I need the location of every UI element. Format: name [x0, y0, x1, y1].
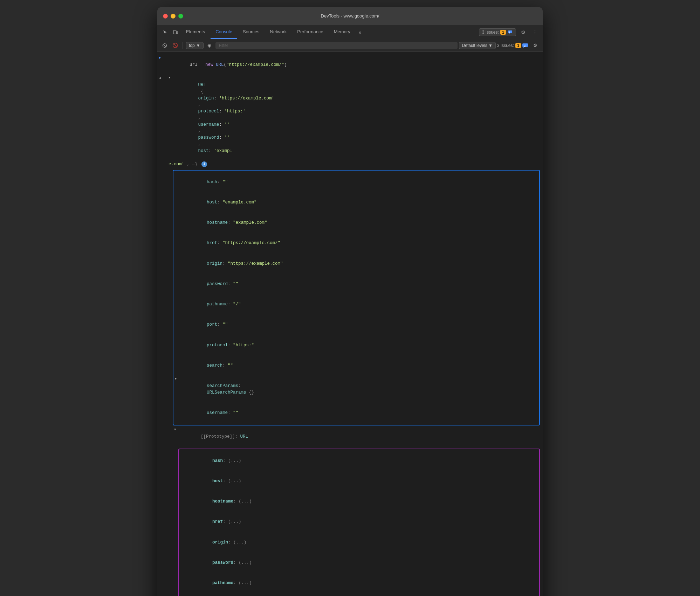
svg-marker-3	[509, 33, 510, 34]
svg-rect-0	[173, 30, 176, 34]
filter-input[interactable]	[215, 42, 458, 49]
svg-rect-1	[177, 32, 178, 34]
prop-port: port: ""	[173, 315, 539, 335]
proto-origin: origin: (...)	[179, 532, 539, 553]
prop-searchparams: ▶ searchParams: URLSearchParams {}	[173, 376, 539, 403]
inspect-icon[interactable]	[160, 27, 170, 37]
window-title: DevTools - www.google.com/	[321, 13, 379, 19]
levels-dropdown[interactable]: Default levels ▼	[459, 42, 496, 49]
url-object-toggle[interactable]: ▼	[169, 76, 170, 79]
maximize-button[interactable]	[178, 14, 183, 19]
proto-password: password: (...)	[179, 553, 539, 573]
prop-hash: hash: ""	[173, 172, 539, 192]
prototype-properties-box: hash: (...) host: (...) hostname: (...)	[178, 449, 540, 596]
prop-host: host: "example.com"	[173, 192, 539, 213]
chat-icon: 2	[507, 29, 513, 35]
url-object-line: ◀ ▼ URL { origin: 'https://example.com' …	[157, 75, 543, 161]
prop-protocol: protocol: "https:"	[173, 335, 539, 355]
traffic-lights	[163, 14, 183, 19]
context-dropdown[interactable]: top ▼	[186, 42, 204, 49]
issues-chat-badge: 2	[522, 43, 529, 48]
prop-pathname: pathname: "/"	[173, 294, 539, 314]
proto-hostname: hostname: (...)	[179, 491, 539, 512]
titlebar: DevTools - www.google.com/	[157, 7, 543, 25]
console-input-code: url = new URL("https://example.com/")	[169, 55, 540, 75]
line-arrow-left: ◀	[159, 75, 169, 80]
tab-right-icons: 3 Issues: 1 2 ⚙ ⋮	[479, 27, 540, 37]
tabs-bar: Elements Console Sources Network Perform…	[157, 25, 543, 39]
block-requests-button[interactable]: 🚫	[171, 41, 180, 50]
settings-icon[interactable]: ⚙	[518, 27, 528, 37]
device-mode-icon[interactable]	[171, 27, 180, 37]
prototype-line: ▼ [[Prototype]]: URL	[157, 427, 543, 447]
prop-password: password: ""	[173, 274, 539, 294]
minimize-button[interactable]	[171, 14, 176, 19]
searchparams-toggle[interactable]: ▶	[175, 376, 180, 381]
svg-marker-8	[523, 47, 524, 48]
clear-console-button[interactable]	[160, 41, 169, 50]
tab-performance[interactable]: Performance	[292, 25, 328, 39]
issues-yellow-count: 1	[515, 43, 521, 48]
info-icon[interactable]: i	[201, 161, 207, 167]
dropdown-arrow: ▼	[196, 43, 200, 48]
tab-network[interactable]: Network	[265, 25, 292, 39]
proto-host: host: (...)	[179, 471, 539, 491]
console-area[interactable]: ▶ url = new URL("https://example.com/") …	[157, 52, 543, 596]
svg-line-6	[164, 44, 166, 47]
prop-username-instance: username: ""	[173, 403, 539, 423]
console-input-line: ▶ url = new URL("https://example.com/")	[157, 55, 543, 75]
tab-memory[interactable]: Memory	[329, 25, 355, 39]
url-object-summary: URL { origin: 'https://example.com' , pr…	[172, 75, 540, 161]
prototype-toggle[interactable]: ▼	[174, 427, 180, 431]
svg-text:2: 2	[524, 44, 526, 47]
issues-yellow-badge: 1	[500, 30, 506, 35]
line-prompt: ▶	[159, 55, 169, 60]
instance-properties-box: hash: "" host: "example.com" hostname: "…	[173, 170, 540, 425]
proto-href: href: (...)	[179, 512, 539, 532]
toolbar-separator-1	[183, 42, 183, 49]
proto-hash: hash: (...)	[179, 451, 539, 471]
prop-hostname: hostname: "example.com"	[173, 213, 539, 233]
proto-pathname: pathname: (...)	[179, 573, 539, 593]
more-options-icon[interactable]: ⋮	[530, 27, 540, 37]
url-object-line2: e.com' , …} i	[157, 161, 543, 168]
prop-search: search: ""	[173, 355, 539, 376]
console-settings-button[interactable]: ⚙	[531, 41, 540, 50]
issues-count: 3 Issues: 1 2	[497, 43, 529, 48]
more-tabs-button[interactable]: »	[356, 29, 364, 35]
prop-origin: origin: "https://example.com"	[173, 254, 539, 274]
prop-href: href: "https://example.com/"	[173, 233, 539, 254]
tab-sources[interactable]: Sources	[238, 25, 265, 39]
console-toolbar: 🚫 top ▼ ◉ Default levels ▼ 3 Issues: 1 2…	[157, 39, 543, 52]
issues-button[interactable]: 3 Issues: 1 2	[479, 28, 516, 36]
devtools-window: DevTools - www.google.com/ Elements Cons…	[157, 7, 543, 596]
close-button[interactable]	[163, 14, 168, 19]
proto-port: port: (...)	[179, 594, 539, 596]
live-expression-button[interactable]: ◉	[205, 41, 214, 50]
prop-hash-text: hash: ""	[180, 172, 536, 192]
tab-elements[interactable]: Elements	[181, 25, 210, 39]
tab-console[interactable]: Console	[211, 25, 237, 39]
